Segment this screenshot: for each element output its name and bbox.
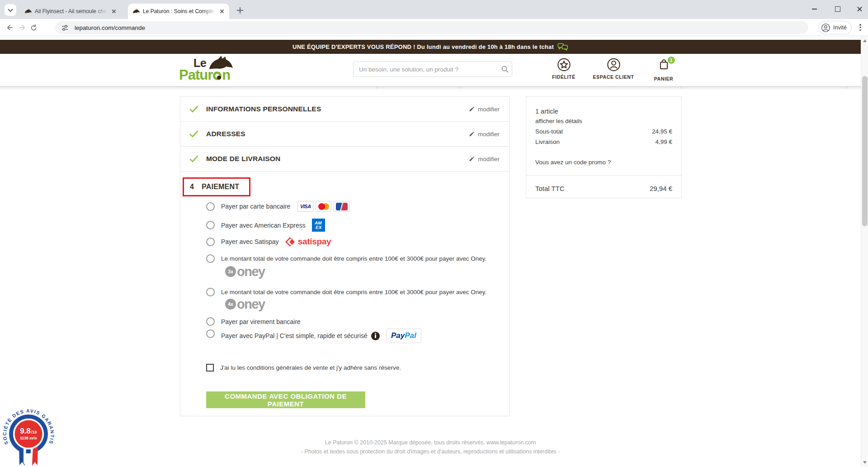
scrollbar-thumb[interactable] xyxy=(862,76,868,226)
browser-toolbar: lepaturon.com/commande Invité xyxy=(0,19,868,36)
browser-tab-1[interactable]: Ail Flyinsect - Ail semoule cheva xyxy=(20,4,121,19)
banner-text: UNE ÉQUIPE D'EXPERTS VOUS RÉPOND ! Du lu… xyxy=(292,43,554,50)
window-maximize-icon[interactable] xyxy=(830,3,845,15)
cart-count-badge: 1 xyxy=(668,57,675,64)
new-tab-button[interactable] xyxy=(236,6,245,15)
logo-text-bottom-left: Patur xyxy=(179,67,212,83)
badge-scale: /10 xyxy=(31,430,37,434)
back-icon xyxy=(6,24,14,32)
nav-label: FIDÉLITÉ xyxy=(552,74,575,80)
satispay-icon xyxy=(285,237,295,247)
step-title: ADRESSES xyxy=(206,130,245,138)
tab-title: Le Paturon : Soins et Compléme xyxy=(143,8,216,14)
payment-option-oney-4x[interactable]: Le montant total de votre commande doit … xyxy=(206,288,486,296)
expert-banner: UNE ÉQUIPE D'EXPERTS VOUS RÉPOND ! Du lu… xyxy=(0,40,861,54)
payment-option-virement[interactable]: Payer par virement bancaire xyxy=(206,317,301,326)
scroll-down-arrow[interactable] xyxy=(861,459,868,466)
radio-button[interactable] xyxy=(206,238,215,246)
header-shadow xyxy=(0,86,861,90)
modify-label: modifier xyxy=(478,106,500,113)
browser-tab-2[interactable]: Le Paturon : Soins et Compléme xyxy=(128,4,229,19)
info-icon[interactable] xyxy=(371,332,380,340)
tab-title: Ail Flyinsect - Ail semoule cheva xyxy=(35,8,108,14)
forward-icon xyxy=(18,24,26,32)
cb-logo xyxy=(334,201,349,212)
badge-score: 9.8 xyxy=(20,427,31,435)
scroll-up-arrow[interactable] xyxy=(861,37,868,44)
nav-separator xyxy=(377,86,377,89)
reload-button[interactable] xyxy=(27,21,40,34)
visa-logo: VISA xyxy=(297,201,313,212)
forward-button[interactable] xyxy=(16,21,28,34)
profile-label: Invité xyxy=(833,24,847,31)
nav-label: PANIER xyxy=(654,76,674,81)
radio-button[interactable] xyxy=(206,288,215,296)
article-count: 1 article xyxy=(535,108,672,115)
shipping-value: 4,99 € xyxy=(655,138,672,145)
check-icon xyxy=(189,155,198,163)
search-box[interactable] xyxy=(353,62,512,77)
radio-button[interactable] xyxy=(206,202,215,211)
terms-checkbox[interactable] xyxy=(206,364,214,372)
payment-step-number: 4 xyxy=(190,183,194,191)
nav-separator xyxy=(459,86,460,89)
payment-option-oney-3x[interactable]: Le montant total de votre commande doit … xyxy=(206,254,486,263)
loyalty-star-icon xyxy=(557,57,571,72)
step-title: INFORMATIONS PERSONNELLES xyxy=(206,105,321,113)
modify-link[interactable]: modifier xyxy=(469,106,500,113)
show-details-link[interactable]: afficher les détails xyxy=(535,118,672,124)
footer-copyright: Le Paturon © 2010-2025 Marque déposée, t… xyxy=(0,438,861,447)
shipping-row: Livraison 4,99 € xyxy=(535,138,672,145)
submit-order-button[interactable]: COMMANDE AVEC OBLIGATION DE PAIEMENT xyxy=(206,391,365,408)
amex-logo: AM EX xyxy=(312,219,325,232)
nav-espace-client[interactable]: ESPACE CLIENT xyxy=(589,57,638,80)
payment-option-carte-bancaire[interactable]: Payer par carte bancaire VISA xyxy=(206,201,349,212)
chat-icon xyxy=(557,43,568,51)
site-logo[interactable]: Le Paturn xyxy=(179,56,242,85)
nav-label: ESPACE CLIENT xyxy=(593,74,634,80)
window-close-icon[interactable] xyxy=(852,3,867,15)
tab-search-button[interactable] xyxy=(5,4,16,16)
address-bar[interactable]: lepaturon.com/commande xyxy=(55,21,808,34)
pencil-icon xyxy=(469,131,475,137)
total-row: Total TTC 29,94 € xyxy=(535,185,672,192)
payment-option-label: Payer par carte bancaire xyxy=(221,203,290,210)
nav-panier[interactable]: 1 PANIER xyxy=(639,57,689,81)
radio-button[interactable] xyxy=(206,329,215,338)
payment-option-label: Payer avec American Express xyxy=(221,222,306,229)
url-text: lepaturon.com/commande xyxy=(75,24,145,31)
payment-option-american-express[interactable]: Payer avec American Express AM EX xyxy=(206,219,325,232)
modify-link[interactable]: modifier xyxy=(469,156,500,162)
window-minimize-icon[interactable] xyxy=(807,3,822,15)
radio-button[interactable] xyxy=(206,317,215,326)
payment-option-paypal[interactable]: Payer avec PayPal | C'est simple, rapide… xyxy=(206,329,421,343)
modify-link[interactable]: modifier xyxy=(469,131,500,138)
tab-strip: Ail Flyinsect - Ail semoule cheva Le Pat… xyxy=(0,0,868,19)
profile-chip[interactable]: Invité xyxy=(818,21,852,34)
chevron-down-icon xyxy=(8,7,13,12)
radio-button[interactable] xyxy=(206,254,215,263)
search-input[interactable] xyxy=(354,66,498,73)
nav-fidelite[interactable]: FIDÉLITÉ xyxy=(539,57,589,80)
site-info-icon[interactable] xyxy=(61,24,68,31)
radio-button[interactable] xyxy=(206,221,215,229)
footer-legal: - Photos et textes sous protection du dr… xyxy=(0,447,861,456)
guest-avatar-icon xyxy=(821,23,830,33)
check-icon xyxy=(189,105,198,113)
terms-label: J'ai lu les conditions générales de vent… xyxy=(220,364,401,371)
browser-menu-icon[interactable] xyxy=(856,23,864,32)
subtotal-value: 24,95 € xyxy=(652,128,672,135)
terms-row[interactable]: J'ai lu les conditions générales de vent… xyxy=(206,364,401,372)
review-badge[interactable]: SOCIÉTÉ DES AVIS GARANTIS 9.8 /10 1138 a… xyxy=(1,405,56,467)
tab-close-icon[interactable] xyxy=(110,8,118,15)
search-icon[interactable] xyxy=(498,65,512,73)
tab-close-icon[interactable] xyxy=(218,8,226,15)
order-summary-panel: 1 article afficher les détails Sous-tota… xyxy=(526,96,682,198)
paypal-logo: PayPal xyxy=(386,329,421,343)
payment-option-label: Payer avec PayPal | C'est simple, rapide… xyxy=(221,332,368,339)
payment-option-satispay[interactable]: Payer avec Satispay satispay xyxy=(206,237,331,247)
back-button[interactable] xyxy=(4,21,16,34)
badge-reviews: 1138 avis xyxy=(20,436,37,440)
shipping-label: Livraison xyxy=(535,138,560,145)
promo-code-link[interactable]: Vous avez un code promo ? xyxy=(535,159,672,166)
